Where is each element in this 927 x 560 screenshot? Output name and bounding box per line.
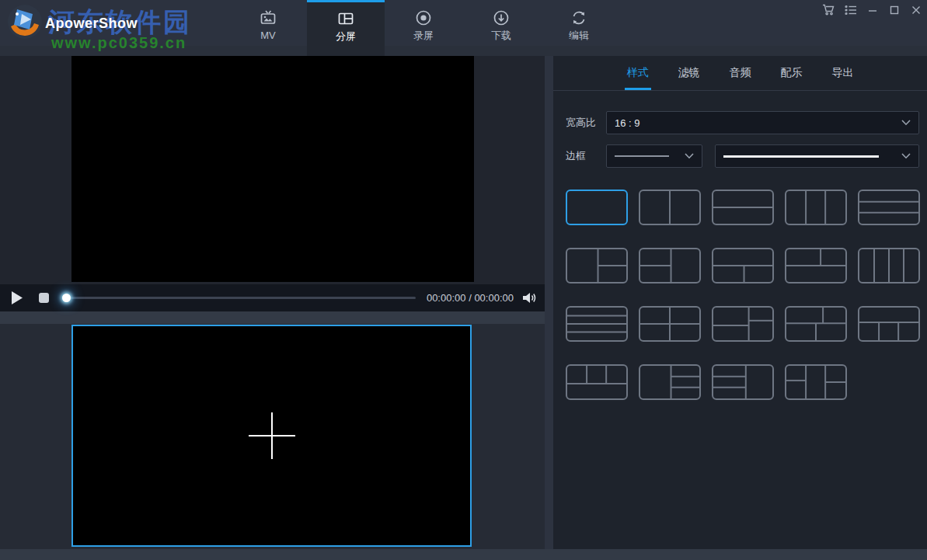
mv-tv-icon [259, 9, 277, 27]
chevron-down-icon [901, 153, 911, 159]
tab-edit[interactable]: 编辑 [540, 0, 618, 46]
add-clip-crosshair-icon [271, 412, 273, 459]
layout-tile-top-full-bottom-2cols[interactable] [712, 248, 774, 283]
tab-audio[interactable]: 音频 [715, 66, 766, 90]
layout-tile-2-rows[interactable] [712, 190, 774, 225]
time-display: 00:00:00 / 00:00:00 [427, 292, 514, 304]
tab-style[interactable]: 样式 [612, 66, 664, 90]
layout-tile-2-columns[interactable] [639, 190, 701, 225]
aspect-ratio-label: 宽高比 [566, 116, 606, 130]
layout-tile-left-full-right-3rows[interactable] [639, 364, 701, 400]
tab-screen-record[interactable]: 录屏 [385, 0, 462, 46]
video-preview[interactable] [71, 56, 474, 282]
record-icon [414, 9, 433, 27]
volume-icon[interactable] [522, 291, 537, 304]
window-controls [822, 4, 922, 16]
layout-tile-3-rows[interactable] [858, 190, 920, 225]
border-color-select[interactable] [715, 144, 919, 168]
tab-screen-record-label: 录屏 [413, 30, 434, 41]
layout-template-grid [566, 190, 927, 400]
layout-tile-3-columns[interactable] [785, 190, 847, 225]
maximize-icon[interactable] [887, 4, 901, 16]
tab-download[interactable]: 下载 [462, 0, 540, 46]
settings-panel: 样式 滤镜 音频 配乐 导出 宽高比 16 : 9 边框 [553, 56, 927, 549]
aspect-ratio-select[interactable]: 16 : 9 [606, 111, 919, 134]
close-icon[interactable] [909, 4, 922, 16]
tab-filter[interactable]: 滤镜 [664, 66, 715, 90]
split-screen-icon [336, 9, 355, 28]
layout-tile-top-full-bottom-3cols[interactable] [858, 306, 920, 342]
play-button[interactable] [12, 291, 23, 304]
tab-music[interactable]: 配乐 [766, 66, 817, 90]
tab-mv[interactable]: MV [229, 0, 307, 46]
tab-download-label: 下载 [491, 30, 511, 41]
border-style-select[interactable] [606, 144, 702, 168]
layout-tile-3cols-sides-split[interactable] [785, 364, 847, 400]
preview-section: 00:00:00 / 00:00:00 [0, 56, 545, 549]
vertical-divider [545, 56, 553, 549]
layout-tile-left-2rows-right-full[interactable] [639, 248, 701, 283]
total-duration: 00:00:00 [474, 292, 514, 304]
layout-tile-4-rows[interactable] [566, 306, 628, 342]
border-color-swatch [723, 155, 879, 158]
tab-edit-label: 编辑 [569, 30, 589, 41]
playback-bar: 00:00:00 / 00:00:00 [0, 284, 545, 311]
clip-editor-area [0, 324, 545, 549]
layout-tile-offset-4-vertical[interactable] [712, 306, 774, 342]
chevron-down-icon [685, 153, 694, 159]
main-tab-bar: MV 分屏 录屏 [229, 0, 618, 56]
chevron-down-icon [901, 120, 911, 126]
border-style-swatch [615, 155, 669, 157]
aspect-ratio-value: 16 : 9 [615, 117, 640, 129]
tab-export[interactable]: 导出 [817, 66, 869, 90]
status-strip [0, 549, 927, 560]
menu-list-icon[interactable] [844, 4, 857, 16]
layout-tile-top-2cols-bottom-full[interactable] [785, 248, 847, 283]
seek-track[interactable] [68, 297, 416, 299]
tab-split-screen[interactable]: 分屏 [307, 0, 385, 56]
tab-mv-label: MV [260, 30, 276, 41]
current-time: 00:00:00 [427, 292, 466, 304]
layout-tile-4-columns[interactable] [858, 248, 920, 283]
layout-tile-left-3rows-right-full[interactable] [712, 364, 774, 400]
minimize-icon[interactable] [866, 4, 879, 16]
seek-handle[interactable] [62, 294, 71, 302]
app-window: ApowerShow 河东软件园 www.pc0359.cn MV 分屏 [0, 0, 927, 560]
selected-clip-slot[interactable] [71, 325, 472, 547]
title-bar: ApowerShow 河东软件园 www.pc0359.cn MV 分屏 [0, 0, 927, 46]
tab-split-screen-label: 分屏 [336, 31, 356, 42]
app-title: ApowerShow [45, 16, 138, 32]
seek-slider[interactable] [62, 284, 416, 311]
app-logo-icon [6, 3, 44, 40]
preview-area [0, 56, 545, 284]
border-label: 边框 [566, 149, 606, 163]
section-divider [0, 311, 545, 324]
layout-tile-left-full-right-2rows[interactable] [566, 248, 628, 283]
settings-tab-bar: 样式 滤镜 音频 配乐 导出 [553, 56, 927, 91]
layout-tile-top-3cols-bottom-full[interactable] [566, 364, 628, 400]
download-icon [492, 9, 511, 27]
watermark-site-url: www.pc0359.cn [51, 34, 186, 52]
layout-tile-2x2-grid[interactable] [639, 306, 701, 342]
layout-tile-1-screen[interactable] [566, 190, 628, 225]
stop-button[interactable] [39, 293, 49, 303]
shopping-cart-icon[interactable] [822, 4, 835, 16]
edit-sync-icon [570, 9, 588, 27]
layout-tile-offset-4-horizontal[interactable] [785, 306, 847, 342]
